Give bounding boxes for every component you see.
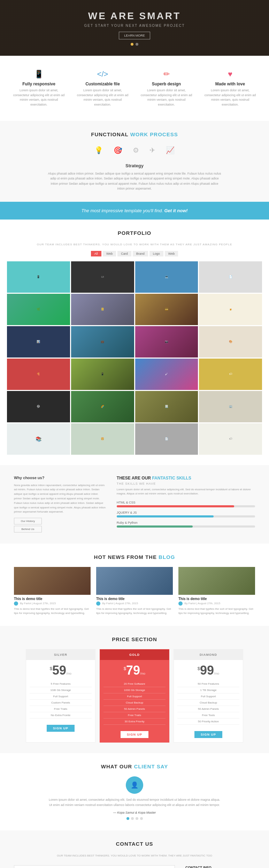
filter-card[interactable]: Card — [117, 251, 131, 256]
portfolio-item-9[interactable]: 📊 — [7, 326, 70, 358]
portfolio-item-17[interactable]: ⚽ — [7, 391, 70, 422]
portfolio-item-1[interactable]: 📱 — [7, 261, 70, 293]
portfolio-item-5[interactable]: 🌿 — [7, 294, 70, 325]
blog-section: HOT NEWS FROM THE BLOG This is demo titl… — [0, 544, 269, 626]
banner-text: The most impressive template you'll find… — [14, 208, 255, 213]
portfolio-item-15[interactable]: 🖌 — [135, 359, 198, 390]
price-feature-gold-6: Free Trails — [103, 712, 166, 719]
portfolio-item-7[interactable]: 💳 — [135, 294, 198, 325]
portfolio-item-2[interactable]: UI — [71, 261, 134, 293]
blog-post-title-3: This is demo title — [178, 597, 255, 601]
feature-text-design: Lorem ipsum dolor sit amet, consectetur … — [140, 88, 193, 107]
process-icon-target[interactable]: 🎯 — [112, 144, 124, 156]
skills-section: Why choose us? Nora gravida adice intion… — [0, 465, 269, 544]
price-title: PRICE SECTION — [14, 636, 255, 642]
price-amount-silver: $59/mo — [26, 660, 95, 681]
blog-card-3: This is demo title By Fartol | August 27… — [178, 567, 255, 615]
portfolio-item-13[interactable]: 🍕 — [7, 359, 70, 390]
feature-text-love: Lorem ipsum dolor sit amet, consectetur … — [203, 88, 257, 107]
contact-subtitle: OUR TEAM INCLUDES BEST THINKERS. YOU WOU… — [14, 854, 255, 858]
price-currency-silver: $ — [50, 666, 52, 671]
process-icons: 💡 🎯 ⚙ ✈ 📈 — [14, 144, 255, 156]
contact-info-panel: CONTACT INFO Email: info@yoursite.com Ph… — [185, 865, 255, 868]
test-dot-1[interactable] — [126, 817, 129, 820]
portfolio-subtitle: OUR TEAM INCLUDES BEST THINKERS. YOU WOU… — [7, 243, 262, 246]
test-dot-4[interactable] — [140, 817, 143, 820]
contact-title: CONTACT US — [14, 841, 255, 847]
customizable-icon: </> — [76, 70, 129, 79]
price-section: PRICE SECTION SILVER $59/mo 5 Free Featu… — [0, 626, 269, 753]
behind-us-button[interactable]: Behind Us — [14, 526, 42, 532]
testimonial-title: WHAT OUR CLIENT SAY — [28, 763, 241, 769]
price-feature-silver-2: 1GB Gb Storage — [30, 687, 92, 693]
process-icon-send[interactable]: ✈ — [148, 144, 157, 156]
portfolio-item-22[interactable]: 🍔 — [71, 423, 134, 455]
testimonial-dots — [28, 817, 241, 820]
filter-all[interactable]: All — [91, 251, 101, 256]
price-features-silver: 5 Free Features 1GB Gb Storage Full Supp… — [26, 681, 95, 722]
price-grid: SILVER $59/mo 5 Free Features 1GB Gb Sto… — [14, 649, 255, 743]
contact-name-input[interactable] — [14, 865, 175, 868]
blog-post-title-1: This is demo title — [14, 597, 91, 601]
filter-web2[interactable]: Web — [165, 251, 178, 256]
hero-dot-2[interactable] — [136, 43, 138, 46]
portfolio-item-20[interactable]: 🏢 — [199, 391, 262, 422]
portfolio-item-21[interactable]: 📚 — [7, 423, 70, 455]
features-row: 📱 Fully responsive Lorem ipsum dolor sit… — [7, 66, 262, 110]
price-signup-gold[interactable]: SIGN UP — [121, 731, 148, 738]
price-signup-diamond[interactable]: SIGN UP — [194, 731, 222, 738]
hero-dots — [131, 43, 138, 46]
testimonial-avatar: 👤 — [126, 776, 143, 794]
process-icon-bulb[interactable]: 💡 — [93, 144, 105, 156]
price-currency-diamond: $ — [198, 666, 200, 671]
price-feature-gold-5: 50 Admin Panels — [103, 706, 166, 712]
test-dot-2[interactable] — [131, 817, 134, 820]
portfolio-item-14[interactable]: 📱 — [71, 359, 134, 390]
portfolio-item-4[interactable]: 📄 — [199, 261, 262, 293]
contact-section: CONTACT US OUR TEAM INCLUDES BEST THINKE… — [0, 830, 269, 868]
portfolio-item-10[interactable]: 💼 — [71, 326, 134, 358]
price-feature-diamond-7: 50 Priority Action — [177, 719, 239, 725]
blog-image-2[interactable] — [96, 567, 173, 595]
skill-bar-bg-js — [117, 515, 255, 517]
portfolio-item-18[interactable]: 🌈 — [71, 391, 134, 422]
process-icon-chart[interactable]: 📈 — [164, 144, 176, 156]
portfolio-item-6[interactable]: 📒 — [71, 294, 134, 325]
filter-web[interactable]: Web — [103, 251, 116, 256]
portfolio-item-3[interactable]: 💻 — [135, 261, 198, 293]
price-feature-silver-1: 5 Free Features — [30, 681, 92, 687]
portfolio-item-8[interactable]: 🍺 — [199, 294, 262, 325]
hero-dot-1[interactable] — [131, 43, 133, 46]
blog-image-3[interactable] — [178, 567, 255, 595]
price-features-gold: 20 Free Software 1000 Gb Storage Full Su… — [100, 681, 169, 728]
portfolio-item-19[interactable]: 📃 — [135, 391, 198, 422]
our-history-button[interactable]: Our History — [14, 518, 42, 524]
contact-grid: SEND CONTACT INFO Email: info@yoursite.c… — [14, 865, 255, 868]
promo-banner: The most impressive template you'll find… — [0, 202, 269, 220]
hero-cta-button[interactable]: LEARN MORE — [119, 32, 150, 39]
blog-image-1[interactable] — [14, 567, 91, 595]
portfolio-item-16[interactable]: 🏷 — [199, 359, 262, 390]
price-feature-silver-4: Custom Panels — [30, 700, 92, 706]
price-card-diamond: DIAMOND $99/mo 50 Free Features 1 TB Sto… — [174, 649, 243, 743]
portfolio-item-11[interactable]: 📷 — [135, 326, 198, 358]
blog-post-text-1: This is demo text that typifies the sort… — [14, 607, 91, 615]
blog-grid: This is demo title By Fartol | August 27… — [14, 567, 255, 615]
feature-text-customizable: Lorem ipsum dolor sit amet, consectetur … — [76, 88, 129, 107]
portfolio-item-23[interactable]: 📄 — [135, 423, 198, 455]
skills-right-title-accent: FANTASTIC SKILLS — [152, 476, 191, 481]
banner-cta-text[interactable]: Get it now! — [164, 208, 187, 213]
skill-label-js: JQUERY & JS — [117, 511, 255, 514]
filter-brand[interactable]: Brand — [133, 251, 148, 256]
blog-avatar-2 — [96, 601, 100, 606]
portfolio-item-12[interactable]: 🎨 — [199, 326, 262, 358]
process-icon-gear[interactable]: ⚙ — [131, 144, 141, 156]
price-signup-silver[interactable]: SIGN UP — [47, 725, 75, 732]
skill-bar-html — [117, 505, 235, 507]
filter-logo[interactable]: Logo — [149, 251, 163, 256]
price-header-silver: SILVER — [26, 650, 95, 660]
test-dot-3[interactable] — [136, 817, 138, 820]
portfolio-item-24[interactable]: 🏷 — [199, 423, 262, 455]
price-amount-diamond: $99/mo — [174, 660, 243, 681]
love-icon: ♥ — [203, 70, 257, 79]
